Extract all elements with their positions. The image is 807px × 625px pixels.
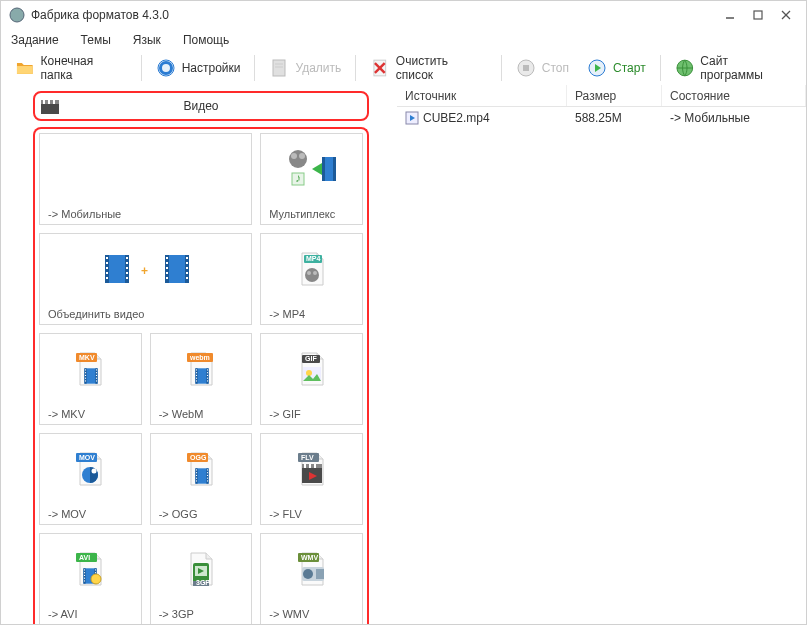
svg-point-22	[291, 153, 297, 159]
svg-point-23	[299, 153, 305, 159]
app-icon	[9, 7, 25, 23]
format-cell[interactable]: MKV -> MKV	[39, 333, 142, 425]
play-icon	[587, 58, 607, 78]
format-label: -> 3GP	[151, 604, 252, 624]
category-tab-video[interactable]: Видео	[33, 91, 369, 121]
svg-text:webm: webm	[189, 354, 210, 361]
svg-rect-16	[41, 103, 59, 114]
svg-rect-55	[314, 464, 316, 468]
folder-icon	[15, 58, 35, 78]
dest-folder-button[interactable]: Конечная папка	[7, 50, 135, 86]
col-state[interactable]: Состояние	[662, 85, 806, 106]
cell-size: 588.25M	[567, 109, 662, 127]
svg-point-34	[313, 271, 317, 275]
stop-icon	[516, 58, 536, 78]
format-cell[interactable]: MP4 -> MP4	[260, 233, 363, 325]
svg-text:♪: ♪	[295, 171, 301, 185]
right-panel: Источник Размер Состояние CUBE2.mp4 588.…	[397, 85, 806, 624]
stop-button[interactable]: Стоп	[508, 54, 577, 82]
format-icon: GIF	[261, 334, 362, 404]
svg-rect-67	[316, 569, 324, 579]
format-icon: OGG	[151, 434, 252, 504]
svg-point-46	[92, 469, 97, 474]
format-cell[interactable]: MOV -> MOV	[39, 433, 142, 525]
clear-list-button[interactable]: Очистить список	[362, 50, 495, 86]
svg-rect-28	[333, 157, 336, 181]
svg-rect-2	[754, 11, 762, 19]
svg-text:3GP: 3GP	[196, 579, 210, 586]
svg-point-0	[10, 8, 24, 22]
settings-button[interactable]: Настройки	[148, 54, 249, 82]
format-cell[interactable]: 3GP -> 3GP	[150, 533, 253, 624]
svg-rect-6	[273, 60, 285, 76]
file-row[interactable]: CUBE2.mp4 588.25M -> Мобильные	[397, 107, 806, 129]
site-button[interactable]: Сайт программы	[667, 50, 800, 86]
cell-source: CUBE2.mp4	[397, 109, 567, 127]
format-grid: -> Мобильные ♪ Мультиплекс + Объединить …	[33, 127, 369, 624]
format-label: -> MP4	[261, 304, 362, 324]
svg-point-21	[289, 150, 307, 168]
file-list-header: Источник Размер Состояние	[397, 85, 806, 107]
format-cell[interactable]: FLV -> FLV	[260, 433, 363, 525]
window-title: Фабрика форматов 4.3.0	[31, 8, 714, 22]
format-icon: webm	[151, 334, 252, 404]
col-size[interactable]: Размер	[567, 85, 662, 106]
format-icon: MKV	[40, 334, 141, 404]
menubar: Задание Темы Язык Помощь	[1, 29, 806, 51]
svg-point-58	[91, 574, 101, 584]
clapper-icon	[39, 95, 61, 117]
maximize-button[interactable]	[746, 3, 770, 27]
format-icon: 3GP	[151, 534, 252, 604]
svg-text:+: +	[141, 264, 148, 278]
format-icon: AVI	[40, 534, 141, 604]
content: Видео -> Мобильные ♪ Мультиплекс + Объед…	[1, 85, 806, 624]
format-cell[interactable]: -> Мобильные	[39, 133, 252, 225]
cell-state: -> Мобильные	[662, 109, 806, 127]
format-cell[interactable]: GIF -> GIF	[260, 333, 363, 425]
category-label: Видео	[35, 99, 367, 113]
menu-task[interactable]: Задание	[7, 31, 63, 49]
format-cell[interactable]: WMV -> WMV	[260, 533, 363, 624]
start-button[interactable]: Старт	[579, 54, 654, 82]
format-icon: WMV	[261, 534, 362, 604]
minimize-button[interactable]	[718, 3, 742, 27]
svg-point-32	[305, 268, 319, 282]
menu-themes[interactable]: Темы	[77, 31, 115, 49]
svg-point-66	[303, 569, 313, 579]
globe-icon	[675, 58, 695, 78]
format-label: -> MKV	[40, 404, 141, 424]
format-cell[interactable]: ♪ Мультиплекс	[260, 133, 363, 225]
svg-point-33	[307, 271, 311, 275]
svg-rect-19	[48, 100, 50, 104]
format-cell[interactable]: OGG -> OGG	[150, 433, 253, 525]
svg-text:WMV: WMV	[301, 554, 318, 561]
format-icon: +	[40, 234, 251, 304]
format-label: Объединить видео	[40, 304, 251, 324]
svg-text:MP4: MP4	[306, 255, 321, 262]
svg-text:OGG: OGG	[190, 454, 207, 461]
toolbar: Конечная папка Настройки Удалить Очистит…	[1, 51, 806, 85]
toolbar-separator	[254, 55, 255, 81]
col-source[interactable]: Источник	[397, 85, 567, 106]
page-delete-icon	[269, 58, 289, 78]
format-icon: ♪	[261, 134, 362, 204]
svg-rect-18	[43, 100, 45, 104]
close-button[interactable]	[774, 3, 798, 27]
format-cell[interactable]: webm -> WebM	[150, 333, 253, 425]
svg-rect-13	[523, 65, 529, 71]
delete-label: Удалить	[295, 61, 341, 75]
dest-folder-label: Конечная папка	[41, 54, 127, 82]
menu-help[interactable]: Помощь	[179, 31, 233, 49]
delete-button[interactable]: Удалить	[261, 54, 349, 82]
svg-text:MOV: MOV	[79, 454, 95, 461]
site-label: Сайт программы	[700, 54, 792, 82]
toolbar-separator	[660, 55, 661, 81]
svg-text:AVI: AVI	[79, 554, 90, 561]
format-icon	[40, 134, 251, 204]
menu-language[interactable]: Язык	[129, 31, 165, 49]
format-label: Мультиплекс	[261, 204, 362, 224]
format-cell[interactable]: + Объединить видео	[39, 233, 252, 325]
format-icon: MOV	[40, 434, 141, 504]
left-panel: Видео -> Мобильные ♪ Мультиплекс + Объед…	[1, 85, 397, 624]
format-cell[interactable]: AVI -> AVI	[39, 533, 142, 624]
